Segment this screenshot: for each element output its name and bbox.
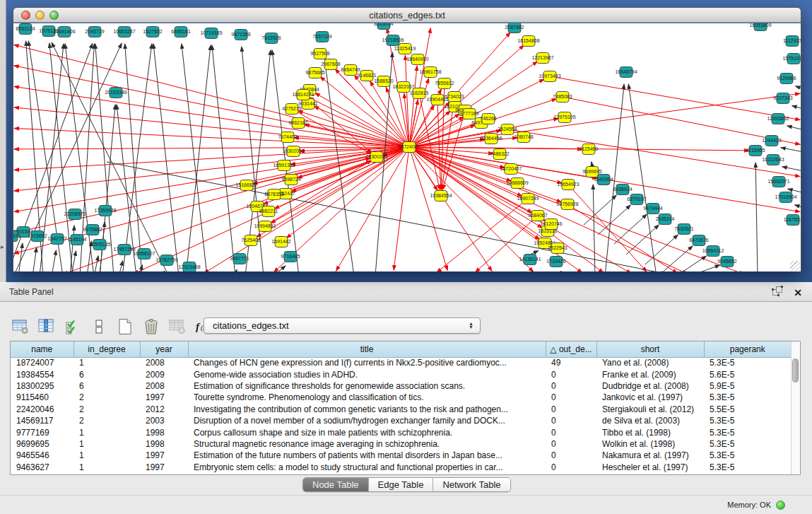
table-row[interactable]: 1872400712008Changes of HCN gene express… bbox=[11, 357, 791, 368]
table-cell[interactable]: 1997 bbox=[140, 450, 188, 461]
table-row[interactable]: 946554611997Estimation of the future num… bbox=[11, 450, 791, 461]
graph-node[interactable]: 9975887 bbox=[83, 225, 102, 235]
graph-node[interactable]: 7485083 bbox=[553, 92, 572, 103]
table-selector-dropdown[interactable]: citations_edges.txt ▲▼ bbox=[204, 317, 481, 334]
table-row[interactable]: 1456911722003Disruption of a novel membe… bbox=[11, 415, 791, 426]
table-cell[interactable]: 9699695 bbox=[11, 438, 73, 450]
table-cell[interactable]: 5.3E-5 bbox=[704, 438, 791, 450]
graph-node[interactable]: 1112937 bbox=[783, 36, 801, 47]
tab-edge-table[interactable]: Edge Table bbox=[369, 478, 434, 491]
graph-node[interactable]: 1342757 bbox=[47, 234, 66, 245]
table-cell[interactable]: 1998 bbox=[140, 426, 188, 438]
table-cell[interactable]: 1997 bbox=[140, 392, 188, 403]
table-cell[interactable]: Corpus callosum shape and size in male p… bbox=[188, 426, 546, 438]
table-row[interactable]: 969969511998Structural magnetic resonanc… bbox=[11, 438, 791, 450]
table-cell[interactable]: 18300295 bbox=[11, 380, 73, 392]
table-cell[interactable]: 0 bbox=[546, 380, 596, 392]
graph-node[interactable]: 1167531 bbox=[784, 215, 801, 226]
float-window-icon[interactable] bbox=[772, 286, 783, 299]
graph-node[interactable]: 10688609 bbox=[506, 178, 528, 189]
table-cell[interactable]: 2008 bbox=[140, 357, 188, 368]
table-cell[interactable]: 0 bbox=[546, 450, 596, 461]
table-cell[interactable]: 2 bbox=[73, 415, 140, 426]
table-cell[interactable]: Changes of HCN gene expression and I(f) … bbox=[188, 357, 546, 368]
table-row[interactable]: 911546021997Tourette syndrome. Phenomeno… bbox=[11, 392, 791, 403]
graph-node[interactable]: 3624554 bbox=[498, 124, 517, 135]
graph-node[interactable]: 9982211 bbox=[259, 206, 278, 217]
table-row[interactable]: 1938455462009Genome-wide association stu… bbox=[11, 368, 791, 380]
network-canvas[interactable]: 8553124197513120691406209371910653287152… bbox=[13, 23, 801, 271]
collapse-handle-icon[interactable]: ▸ bbox=[1, 243, 4, 250]
table-cell[interactable]: 0 bbox=[546, 415, 596, 426]
graph-node[interactable]: 10653287 bbox=[113, 27, 135, 37]
table-cell[interactable]: 22420046 bbox=[11, 404, 73, 415]
table-cell[interactable]: Hescheler et al. (1997) bbox=[596, 462, 704, 473]
table-cell[interactable]: 18724007 bbox=[11, 357, 73, 368]
show-column-icon[interactable] bbox=[37, 317, 56, 336]
table-cell[interactable]: 5.3E-5 bbox=[704, 450, 791, 461]
graph-node[interactable]: 8553124 bbox=[16, 24, 35, 35]
graph-node[interactable]: 7855812 bbox=[435, 78, 454, 89]
table-cell[interactable]: Nakamura et al. (1997) bbox=[596, 450, 704, 461]
table-row[interactable]: 977716911998Corpus callosum shape and si… bbox=[11, 426, 791, 438]
table-cell[interactable]: 14569117 bbox=[11, 415, 73, 426]
table-scrollbar[interactable] bbox=[791, 341, 800, 474]
graph-node[interactable]: 2967608 bbox=[321, 59, 340, 70]
column-header[interactable]: short bbox=[596, 341, 704, 357]
network-window-titlebar[interactable]: citations_edges.txt bbox=[13, 8, 801, 23]
table-row[interactable]: 2242004622012Investigating the contribut… bbox=[11, 404, 791, 415]
table-cell[interactable]: Wolkin et al. (1998) bbox=[596, 438, 704, 450]
table-cell[interactable]: Yano et al. (2008) bbox=[596, 357, 704, 368]
graph-node[interactable]: 7486322 bbox=[490, 149, 509, 160]
table-cell[interactable]: 5.9E-5 bbox=[704, 380, 791, 392]
table-cell[interactable]: 5.3E-5 bbox=[704, 462, 791, 473]
table-cell[interactable]: 5.3E-5 bbox=[704, 357, 791, 368]
graph-node[interactable]: 9115460 bbox=[579, 144, 599, 155]
graph-node[interactable]: 9527508 bbox=[310, 49, 329, 59]
graph-node[interactable]: 10994891 bbox=[254, 221, 276, 232]
graph-node[interactable]: 16961758 bbox=[419, 67, 441, 78]
graph-node[interactable]: 1691442 bbox=[271, 237, 290, 247]
column-header[interactable]: year bbox=[140, 341, 188, 357]
table-cell[interactable]: 0 bbox=[546, 438, 596, 450]
graph-node[interactable]: 1733426 bbox=[546, 257, 565, 267]
window-resize-grip[interactable] bbox=[790, 261, 800, 271]
graph-node[interactable]: 7632621 bbox=[674, 224, 693, 235]
graph-node[interactable]: 8471676 bbox=[689, 235, 708, 246]
graph-node[interactable]: 2093719 bbox=[85, 27, 104, 37]
select-columns-icon[interactable] bbox=[64, 317, 82, 336]
network-window[interactable]: citations_edges.txt 85531241975131206914… bbox=[13, 7, 801, 271]
table-cell[interactable]: de Silva et al. (2003) bbox=[596, 415, 704, 426]
table-cell[interactable]: 5.3E-5 bbox=[704, 392, 791, 403]
graph-node[interactable]: 7615526 bbox=[261, 33, 281, 44]
table-cell[interactable]: 6 bbox=[73, 368, 140, 380]
table-cell[interactable]: Dudbridge et al. (2008) bbox=[596, 380, 704, 392]
table-cell[interactable]: Estimation of significance thresholds fo… bbox=[188, 380, 546, 392]
table-cell[interactable]: 1 bbox=[73, 462, 140, 473]
table-cell[interactable]: Disruption of a novel member of a sodium… bbox=[188, 415, 546, 426]
graph-node[interactable]: 746266 bbox=[480, 114, 496, 124]
delete-column-trash-icon[interactable] bbox=[142, 317, 160, 336]
column-header[interactable]: pagerank bbox=[704, 341, 791, 357]
graph-node[interactable]: 6466161 bbox=[171, 27, 190, 37]
table-cell[interactable]: 0 bbox=[546, 392, 596, 403]
graph-node[interactable]: 17957253 bbox=[113, 245, 135, 255]
table-cell[interactable]: 19384554 bbox=[11, 368, 73, 380]
table-cell[interactable]: 2 bbox=[73, 404, 140, 415]
table-mode-icon[interactable] bbox=[11, 317, 30, 336]
graph-node[interactable]: 1527602 bbox=[143, 27, 162, 37]
new-column-icon[interactable] bbox=[116, 317, 134, 336]
table-cell[interactable]: 9463627 bbox=[11, 462, 73, 473]
graph-node[interactable]: 16154808 bbox=[517, 36, 539, 47]
table-cell[interactable]: 5.3E-5 bbox=[704, 415, 791, 426]
table-cell[interactable]: 1998 bbox=[140, 438, 188, 450]
graph-node[interactable]: 12923468 bbox=[178, 262, 200, 272]
table-cell[interactable]: 2009 bbox=[140, 368, 188, 380]
delete-table-icon[interactable] bbox=[168, 317, 187, 336]
table-cell[interactable]: Stergiakouli et al. (2012) bbox=[596, 404, 704, 415]
zoom-window-icon[interactable] bbox=[49, 11, 59, 20]
table-cell[interactable]: Franke et al. (2009) bbox=[596, 368, 704, 380]
graph-node[interactable]: 20153346 bbox=[105, 88, 126, 98]
graph-node[interactable]: 9862187 bbox=[288, 118, 307, 129]
graph-node[interactable]: 19756928 bbox=[556, 199, 578, 210]
